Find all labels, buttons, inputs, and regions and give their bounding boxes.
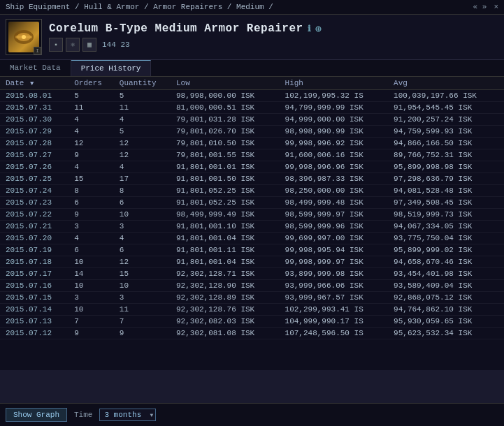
table-cell: 4 bbox=[70, 114, 115, 126]
table-cell: 8 bbox=[115, 185, 172, 197]
table-cell: 2015.07.13 bbox=[0, 316, 70, 328]
table-cell: 15 bbox=[70, 173, 115, 185]
table-cell: 94,081,528.48 ISK bbox=[389, 185, 504, 197]
table-cell: 99,998,996.96 ISK bbox=[281, 161, 390, 173]
table-cell: 14 bbox=[70, 268, 115, 280]
table-cell: 97,298,636.79 ISK bbox=[389, 173, 504, 185]
table-row: 2015.07.16101092,302,128.90 ISK93,999,96… bbox=[0, 280, 504, 292]
table-cell: 79,801,031.28 ISK bbox=[172, 114, 281, 126]
table-cell: 11 bbox=[70, 102, 115, 114]
table-cell: 92,302,128.71 ISK bbox=[172, 268, 281, 280]
table-cell: 2015.07.18 bbox=[0, 256, 70, 268]
table-cell: 91,801,001.11 ISK bbox=[172, 244, 281, 256]
table-cell: 98,599,999.97 ISK bbox=[281, 209, 390, 221]
item-meta: ▪ ⚛ ▦ 144 23 bbox=[49, 38, 498, 52]
meta-icons: ▪ ⚛ ▦ bbox=[49, 38, 96, 52]
table-row: 2015.07.294579,801,026.70 ISK98,998,990.… bbox=[0, 126, 504, 138]
table-cell: 2015.07.14 bbox=[0, 304, 70, 316]
table-row: 2015.07.196691,801,001.11 ISK99,998,995.… bbox=[0, 244, 504, 256]
table-cell: 97,349,508.45 ISK bbox=[389, 197, 504, 209]
info-icon[interactable]: ℹ bbox=[308, 24, 312, 34]
price-history-table-container[interactable]: Date ▼ Orders Quantity Low High Avg bbox=[0, 77, 504, 370]
table-cell: 2015.07.28 bbox=[0, 138, 70, 149]
col-orders[interactable]: Orders bbox=[70, 77, 115, 90]
table-cell: 92,302,128.76 ISK bbox=[172, 304, 281, 316]
table-cell: 100,039,197.66 ISK bbox=[389, 90, 504, 102]
meta-icon-grid: ▦ bbox=[82, 38, 96, 52]
table-cell: 2015.07.23 bbox=[0, 197, 70, 209]
breadcrumb: Ship Equipment / Hull & Armor / Armor Re… bbox=[6, 3, 273, 11]
table-row: 2015.07.28121279,801,010.50 ISK99,998,99… bbox=[0, 138, 504, 149]
table-row: 2015.07.153392,302,128.89 ISK93,999,967.… bbox=[0, 292, 504, 304]
time-label: Time bbox=[74, 411, 92, 419]
table-cell: 92,868,075.12 ISK bbox=[389, 292, 504, 304]
table-cell: 92,302,081.08 ISK bbox=[172, 328, 281, 339]
table-row: 2015.07.264491,801,001.01 ISK99,998,996.… bbox=[0, 161, 504, 173]
table-cell: 91,801,052.25 ISK bbox=[172, 185, 281, 197]
table-cell: 4 bbox=[115, 161, 172, 173]
table-cell: 4 bbox=[70, 233, 115, 244]
table-cell: 94,999,000.00 ISK bbox=[281, 114, 390, 126]
table-cell: 95,623,532.34 ISK bbox=[389, 328, 504, 339]
table-cell: 2015.07.17 bbox=[0, 268, 70, 280]
table-cell: 98,519,999.73 ISK bbox=[389, 209, 504, 221]
svg-point-3 bbox=[22, 35, 26, 39]
table-cell: 98,499,999.49 ISK bbox=[172, 209, 281, 221]
col-quantity[interactable]: Quantity bbox=[115, 77, 172, 90]
table-cell: 5 bbox=[70, 90, 115, 102]
table-row: 2015.07.2791279,801,001.55 ISK91,600,006… bbox=[0, 149, 504, 161]
table-cell: 93,589,409.04 ISK bbox=[389, 280, 504, 292]
col-high[interactable]: High bbox=[281, 77, 390, 90]
table-cell: 3 bbox=[115, 292, 172, 304]
table-row: 2015.07.31111181,000,000.51 ISK94,799,99… bbox=[0, 102, 504, 114]
col-low[interactable]: Low bbox=[172, 77, 281, 90]
table-cell: 3 bbox=[70, 292, 115, 304]
table-cell: 12 bbox=[70, 138, 115, 149]
time-select[interactable]: 3 months1 month6 months1 year bbox=[99, 409, 156, 421]
table-cell: 79,801,010.50 ISK bbox=[172, 138, 281, 149]
table-cell: 9 bbox=[115, 328, 172, 339]
close-icon[interactable]: × bbox=[494, 3, 498, 11]
table-row: 2015.07.236691,801,052.25 ISK98,499,999.… bbox=[0, 197, 504, 209]
table-cell: 2015.07.15 bbox=[0, 292, 70, 304]
add-to-list-icon[interactable]: ⊕ bbox=[315, 23, 322, 35]
table-cell: 2015.07.31 bbox=[0, 102, 70, 114]
table-cell: 10 bbox=[70, 304, 115, 316]
window-controls[interactable]: « » × bbox=[473, 3, 498, 11]
table-cell: 6 bbox=[70, 244, 115, 256]
table-cell: 2015.07.27 bbox=[0, 149, 70, 161]
col-date[interactable]: Date ▼ bbox=[0, 77, 70, 90]
time-select-wrapper[interactable]: 3 months1 month6 months1 year bbox=[99, 409, 156, 421]
table-cell: 98,998,990.99 ISK bbox=[281, 126, 390, 138]
table-cell: 102,299,993.41 IS bbox=[281, 304, 390, 316]
table-cell: 10 bbox=[70, 280, 115, 292]
table-cell: 91,801,001.04 ISK bbox=[172, 256, 281, 268]
meta-numbers: 144 23 bbox=[102, 41, 130, 49]
col-avg[interactable]: Avg bbox=[389, 77, 504, 90]
show-graph-button[interactable]: Show Graph bbox=[6, 408, 67, 422]
table-cell: 79,801,001.55 ISK bbox=[172, 149, 281, 161]
table-cell: 91,200,257.24 ISK bbox=[389, 114, 504, 126]
tab-market-data[interactable]: Market Data bbox=[0, 60, 71, 76]
breadcrumb-bar: Ship Equipment / Hull & Armor / Armor Re… bbox=[0, 0, 504, 15]
table-cell: 94,067,334.05 ISK bbox=[389, 221, 504, 233]
table-cell: 11 bbox=[115, 102, 172, 114]
table-cell: 6 bbox=[115, 197, 172, 209]
table-cell: 9 bbox=[70, 209, 115, 221]
table-cell: 91,801,001.50 ISK bbox=[172, 173, 281, 185]
table-cell: 2015.07.26 bbox=[0, 161, 70, 173]
table-cell: 94,764,862.10 ISK bbox=[389, 304, 504, 316]
table-cell: 99,998,996.92 ISK bbox=[281, 138, 390, 149]
table-cell: 93,454,401.98 ISK bbox=[389, 268, 504, 280]
table-cell: 95,930,059.65 ISK bbox=[389, 316, 504, 328]
table-cell: 93,999,966.06 ISK bbox=[281, 280, 390, 292]
table-cell: 99,699,997.00 ISK bbox=[281, 233, 390, 244]
tab-price-history[interactable]: Price History bbox=[71, 60, 152, 76]
nav-arrows[interactable]: « » bbox=[473, 3, 487, 11]
table-row: 2015.07.25151791,801,001.50 ISK98,396,98… bbox=[0, 173, 504, 185]
table-row: 2015.07.14101192,302,128.76 ISK102,299,9… bbox=[0, 304, 504, 316]
table-cell: 10 bbox=[70, 256, 115, 268]
table-cell: 92,302,082.03 ISK bbox=[172, 316, 281, 328]
table-row: 2015.07.2291098,499,999.49 ISK98,599,999… bbox=[0, 209, 504, 221]
table-cell: 93,775,750.04 ISK bbox=[389, 233, 504, 244]
